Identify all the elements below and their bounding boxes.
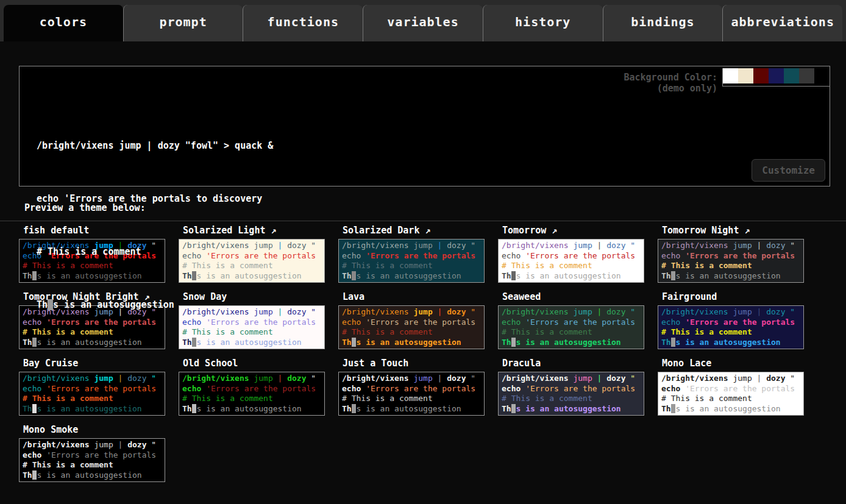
tab-functions[interactable]: functions: [243, 5, 363, 41]
tab-colors[interactable]: colors: [4, 5, 123, 41]
tab-bar: colorspromptfunctionsvariableshistorybin…: [0, 0, 846, 41]
theme-preview: /bright/vixens jump | dozy "echo 'Errors…: [498, 305, 644, 349]
theme-tile[interactable]: Seaweed/bright/vixens jump | dozy "echo …: [498, 291, 658, 349]
preview-error-line: echo 'Errors are the portals to discover…: [37, 190, 273, 208]
background-color-picker: Background Color: (demo only): [624, 68, 830, 94]
theme-preview: /bright/vixens jump | dozy "echo 'Errors…: [658, 372, 804, 416]
theme-preview: /bright/vixens jump | dozy "echo 'Errors…: [338, 372, 485, 416]
theme-preview: /bright/vixens jump | dozy "echo 'Errors…: [338, 305, 485, 349]
background-color-label-line1: Background Color:: [624, 72, 717, 83]
theme-tile[interactable]: Old School/bright/vixens jump | dozy "ec…: [179, 358, 338, 416]
color-preview-panel: Background Color: (demo only) /bright/vi…: [19, 66, 830, 186]
theme-name: Seaweed: [502, 291, 658, 302]
theme-preview: /bright/vixens jump | dozy "echo 'Errors…: [338, 239, 485, 283]
tab-bindings[interactable]: bindings: [603, 5, 723, 41]
theme-tile[interactable]: Dracula/bright/vixens jump | dozy "echo …: [498, 358, 658, 416]
theme-name: Mono Smoke: [23, 424, 179, 435]
preview-comment-line: # This is a comment: [37, 243, 273, 261]
theme-tile[interactable]: Lava/bright/vixens jump | dozy "echo 'Er…: [338, 291, 498, 349]
theme-name: Fairground: [662, 291, 817, 302]
preview-autosuggestion-line: This is an autosuggestion: [37, 296, 273, 314]
theme-tile[interactable]: Fairground/bright/vixens jump | dozy "ec…: [658, 291, 817, 349]
tab-prompt[interactable]: prompt: [123, 5, 243, 41]
customize-button[interactable]: Customize: [752, 159, 825, 182]
colors-page: Background Color: (demo only) /bright/vi…: [0, 66, 846, 491]
bg-swatch[interactable]: [753, 68, 769, 83]
theme-name: Lava: [343, 291, 498, 302]
tab-history[interactable]: history: [483, 5, 603, 41]
theme-preview: /bright/vixens jump | dozy "echo 'Errors…: [658, 305, 804, 349]
autosuggestion-text: s is an autosuggestion: [53, 299, 174, 310]
theme-name: Solarized Dark ↗: [343, 225, 498, 236]
theme-name: Old School: [183, 358, 338, 369]
theme-preview: /bright/vixens jump | dozy "echo 'Errors…: [19, 372, 165, 416]
theme-tile[interactable]: Solarized Dark ↗/bright/vixens jump | do…: [338, 225, 498, 283]
theme-tile[interactable]: Mono Lace/bright/vixens jump | dozy "ech…: [658, 358, 817, 416]
theme-name: Tomorrow Night ↗: [662, 225, 817, 236]
theme-name: Bay Cruise: [23, 358, 179, 369]
theme-name: Dracula: [502, 358, 658, 369]
theme-preview: /bright/vixens jump | dozy "echo 'Errors…: [658, 239, 804, 283]
bg-swatch[interactable]: [814, 68, 830, 83]
theme-preview: /bright/vixens jump | dozy "echo 'Errors…: [19, 438, 165, 482]
background-color-label: Background Color: (demo only): [624, 72, 717, 94]
terminal-preview: /bright/vixens jump | dozy "fowl" > quac…: [37, 102, 273, 349]
bg-swatch[interactable]: [769, 68, 784, 83]
tab-variables[interactable]: variables: [363, 5, 483, 41]
background-color-label-line2: (demo only): [624, 83, 717, 94]
bg-swatch[interactable]: [784, 68, 799, 83]
theme-tile[interactable]: Mono Smoke/bright/vixens jump | dozy "ec…: [19, 424, 179, 482]
theme-preview: /bright/vixens jump | dozy "echo 'Errors…: [498, 372, 644, 416]
theme-tile[interactable]: Tomorrow ↗/bright/vixens jump | dozy "ec…: [498, 225, 658, 283]
theme-name: Just a Touch: [343, 358, 498, 369]
theme-name: Tomorrow ↗: [502, 225, 658, 236]
theme-tile[interactable]: Just a Touch/bright/vixens jump | dozy "…: [338, 358, 498, 416]
theme-preview: /bright/vixens jump | dozy "echo 'Errors…: [179, 372, 325, 416]
theme-tile[interactable]: Tomorrow Night ↗/bright/vixens jump | do…: [658, 225, 817, 283]
bg-swatch[interactable]: [799, 68, 814, 83]
preview-command-line: /bright/vixens jump | dozy "fowl" > quac…: [37, 137, 273, 155]
background-color-swatches: [722, 68, 830, 87]
tab-abbreviations[interactable]: abbreviations: [722, 5, 842, 41]
theme-name: Mono Lace: [662, 358, 817, 369]
theme-preview: /bright/vixens jump | dozy "echo 'Errors…: [498, 239, 644, 283]
bg-swatch[interactable]: [738, 68, 753, 83]
typed-text: Th: [37, 299, 48, 310]
bg-swatch[interactable]: [723, 68, 738, 83]
theme-tile[interactable]: Bay Cruise/bright/vixens jump | dozy "ec…: [19, 358, 179, 416]
text-cursor: i: [48, 299, 53, 310]
